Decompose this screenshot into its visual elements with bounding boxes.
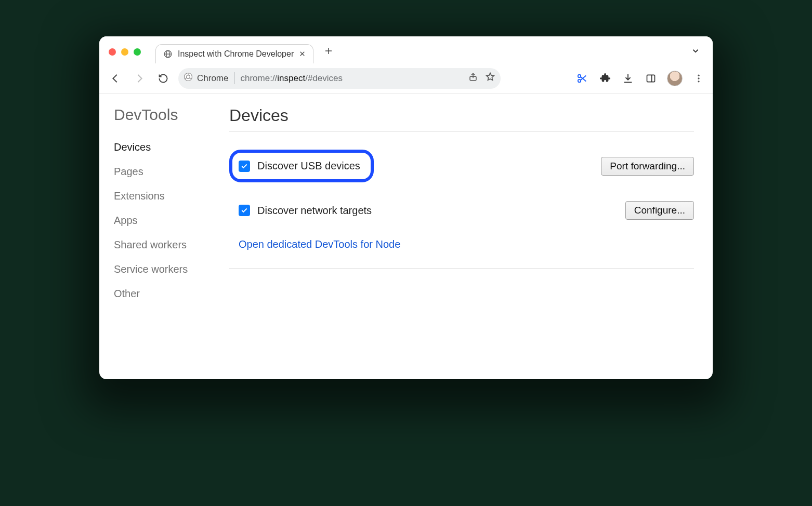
window-controls: [109, 48, 141, 56]
divider: [229, 268, 694, 269]
row-usb-devices: Discover USB devices Port forwarding...: [229, 140, 694, 192]
scissors-icon[interactable]: [575, 72, 589, 85]
svg-point-10: [698, 81, 699, 82]
sidebar-title: DevTools: [114, 106, 220, 124]
page-heading: Devices: [229, 106, 694, 125]
fullscreen-window-icon[interactable]: [134, 48, 141, 56]
back-button[interactable]: [107, 70, 124, 87]
port-forwarding-button[interactable]: Port forwarding...: [601, 157, 694, 176]
browser-window: Inspect with Chrome Developer: [99, 36, 713, 379]
minimize-window-icon[interactable]: [121, 48, 128, 56]
toolbar: Chrome chrome://inspect/#devices: [99, 63, 713, 94]
sidebar-item-apps[interactable]: Apps: [114, 208, 220, 233]
downloads-icon[interactable]: [621, 72, 635, 85]
sidebar-item-other[interactable]: Other: [114, 282, 220, 306]
close-window-icon[interactable]: [109, 48, 116, 56]
toolbar-actions: [575, 71, 705, 86]
new-tab-button[interactable]: [319, 43, 338, 61]
sidebar-item-devices[interactable]: Devices: [114, 135, 220, 159]
url-text: chrome://inspect/#devices: [240, 73, 343, 84]
svg-point-8: [698, 74, 699, 76]
share-icon[interactable]: [468, 72, 478, 84]
configure-button[interactable]: Configure...: [625, 201, 694, 220]
bookmark-star-icon[interactable]: [485, 72, 495, 85]
menu-icon[interactable]: [692, 72, 705, 85]
sidebar-item-service-workers[interactable]: Service workers: [114, 257, 220, 282]
chrome-logo-icon: [184, 72, 193, 84]
forward-button[interactable]: [130, 70, 148, 87]
globe-icon: [163, 49, 173, 59]
site-identity-chip[interactable]: Chrome: [184, 72, 235, 84]
sidebar-item-pages[interactable]: Pages: [114, 159, 220, 184]
label-usb-devices: Discover USB devices: [257, 160, 360, 172]
tab-title: Inspect with Chrome Developer: [178, 49, 294, 59]
browser-tab[interactable]: Inspect with Chrome Developer: [155, 44, 313, 63]
profile-avatar[interactable]: [667, 71, 683, 86]
row-network-targets: Discover network targets Configure...: [229, 192, 694, 229]
divider: [229, 131, 694, 132]
sidebar-item-extensions[interactable]: Extensions: [114, 184, 220, 208]
extensions-icon[interactable]: [598, 72, 612, 85]
highlight-box: Discover USB devices: [229, 150, 374, 182]
svg-point-3: [187, 75, 190, 79]
page-content: DevTools Devices Pages Extensions Apps S…: [99, 94, 713, 379]
side-panel-icon[interactable]: [644, 72, 658, 85]
address-bar[interactable]: Chrome chrome://inspect/#devices: [178, 68, 501, 89]
site-identity-label: Chrome: [197, 73, 228, 84]
reload-button[interactable]: [154, 70, 172, 87]
sidebar: DevTools Devices Pages Extensions Apps S…: [99, 106, 229, 379]
close-tab-icon[interactable]: [299, 50, 306, 59]
svg-rect-7: [647, 75, 655, 82]
tabstrip: Inspect with Chrome Developer: [99, 36, 713, 63]
sidebar-item-shared-workers[interactable]: Shared workers: [114, 233, 220, 257]
checkbox-usb-devices[interactable]: [239, 161, 250, 172]
checkbox-network-targets[interactable]: [239, 205, 250, 216]
open-node-devtools-link[interactable]: Open dedicated DevTools for Node: [239, 238, 400, 250]
tabs-dropdown-icon[interactable]: [686, 43, 705, 61]
label-network-targets: Discover network targets: [257, 205, 372, 217]
main-panel: Devices Discover USB devices Port forwar…: [229, 106, 713, 379]
svg-point-9: [698, 77, 699, 79]
row-node-link: Open dedicated DevTools for Node: [229, 229, 694, 260]
